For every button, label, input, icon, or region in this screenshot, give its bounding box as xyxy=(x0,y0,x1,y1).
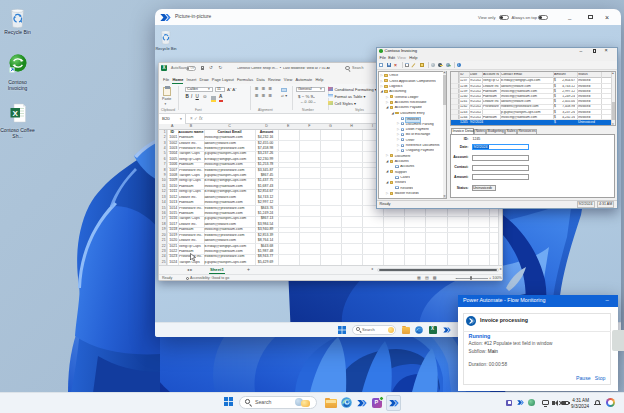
svg-text:X: X xyxy=(13,109,19,118)
